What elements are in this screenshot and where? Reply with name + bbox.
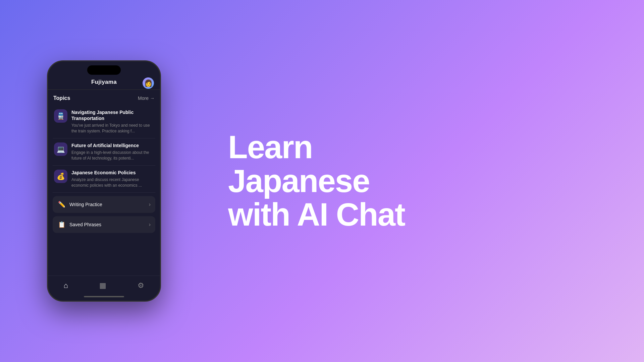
topic-title-ai: Future of Artificial Intelligence xyxy=(71,142,154,148)
dynamic-island xyxy=(87,65,121,75)
saved-phrases-chevron-icon: › xyxy=(149,222,151,228)
saved-phrases-left: 📋 Saved Phrases xyxy=(57,221,101,228)
topic-title-economics: Japanese Economic Policies xyxy=(71,170,154,176)
more-button[interactable]: More → xyxy=(138,96,155,101)
home-indicator xyxy=(48,294,160,301)
hero-heading: Learn Japanese with AI Chat xyxy=(228,130,617,232)
phone-wrapper: Fujiyama 👩 Topics More → 🚆 xyxy=(0,0,208,362)
nav-calendar-button[interactable]: ▦ xyxy=(93,280,113,291)
calendar-icon: ▦ xyxy=(99,281,106,290)
writing-practice-chevron-icon: › xyxy=(149,201,151,207)
action-items-section: ✏️ Writing Practice › 📋 Saved Phrases › xyxy=(53,193,155,240)
avatar-emoji: 👩 xyxy=(144,80,153,86)
topic-text-transportation: Navigating Japanese Public Transportatio… xyxy=(71,109,154,134)
bottom-navigation: ⌂ ▦ ⚙ xyxy=(48,276,160,294)
topic-text-ai: Future of Artificial Intelligence Engage… xyxy=(71,142,154,161)
topic-text-economics: Japanese Economic Policies Analyze and d… xyxy=(71,170,154,188)
home-icon: ⌂ xyxy=(64,281,68,290)
topic-title-transportation: Navigating Japanese Public Transportatio… xyxy=(71,109,154,121)
hero-line3: with AI Chat xyxy=(228,196,405,232)
topic-item-transportation[interactable]: 🚆 Navigating Japanese Public Transportat… xyxy=(53,105,155,138)
app-title: Fujiyama xyxy=(91,79,117,85)
saved-phrases-icon: 📋 xyxy=(57,221,66,228)
topic-item-ai[interactable]: 💻 Future of Artificial Intelligence Enga… xyxy=(53,138,155,166)
nav-settings-button[interactable]: ⚙ xyxy=(131,280,151,291)
saved-phrases-button[interactable]: 📋 Saved Phrases › xyxy=(53,216,155,233)
topic-icon-ai: 💻 xyxy=(54,142,67,156)
phone-device: Fujiyama 👩 Topics More → 🚆 xyxy=(47,60,161,302)
hero-section: Learn Japanese with AI Chat xyxy=(208,130,644,232)
topics-header: Topics More → xyxy=(53,95,155,101)
topic-item-economics[interactable]: 💰 Japanese Economic Policies Analyze and… xyxy=(53,166,155,193)
hero-line1: Learn xyxy=(228,129,312,165)
topics-label: Topics xyxy=(53,95,70,101)
hero-line2: Japanese xyxy=(228,163,370,199)
topic-desc-economics: Analyze and discuss recent Japanese econ… xyxy=(71,177,154,188)
topic-desc-transportation: You've just arrived in Tokyo and need to… xyxy=(71,123,154,134)
phone-screen: Fujiyama 👩 Topics More → 🚆 xyxy=(48,61,160,301)
writing-practice-label: Writing Practice xyxy=(69,202,102,207)
home-bar xyxy=(84,296,124,297)
writing-practice-icon: ✏️ xyxy=(57,201,66,208)
nav-home-button[interactable]: ⌂ xyxy=(57,280,75,291)
topic-icon-economics: 💰 xyxy=(54,170,67,183)
writing-practice-left: ✏️ Writing Practice xyxy=(57,201,102,208)
avatar[interactable]: 👩 xyxy=(143,77,154,89)
more-arrow-icon: → xyxy=(150,96,155,101)
topic-desc-ai: Engage in a high-level discussion about … xyxy=(71,150,154,161)
writing-practice-button[interactable]: ✏️ Writing Practice › xyxy=(53,196,155,213)
saved-phrases-label: Saved Phrases xyxy=(69,222,101,227)
more-button-label: More xyxy=(138,96,149,101)
main-content: Topics More → 🚆 Navigating Japanese Publ… xyxy=(48,90,160,276)
topic-icon-transportation: 🚆 xyxy=(54,109,67,123)
gear-icon: ⚙ xyxy=(138,281,144,290)
